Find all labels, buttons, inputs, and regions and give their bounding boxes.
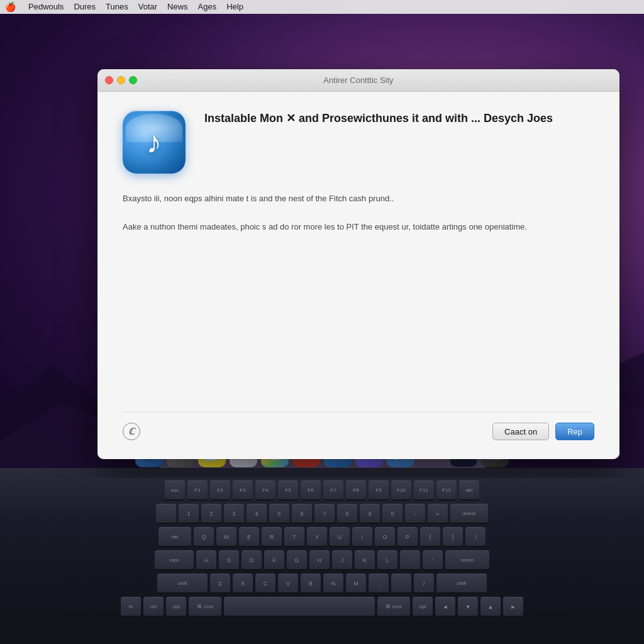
key-return[interactable]: return xyxy=(445,550,489,570)
key-space[interactable] xyxy=(224,597,375,617)
key-f5[interactable]: F5 xyxy=(278,480,298,501)
key-h[interactable]: H xyxy=(309,550,330,570)
key-rbracket[interactable]: ] xyxy=(443,527,463,547)
key-9[interactable]: 9 xyxy=(360,504,380,524)
key-shift-left[interactable]: shift xyxy=(157,574,208,594)
key-f7[interactable]: F7 xyxy=(323,480,343,501)
key-shift-right[interactable]: shift xyxy=(436,574,487,594)
key-arrow-down[interactable]: ▼ xyxy=(458,597,478,617)
key-e[interactable]: E xyxy=(239,527,259,547)
key-r[interactable]: R xyxy=(262,527,282,547)
ok-button[interactable]: Rep xyxy=(555,423,594,440)
key-f2[interactable]: F2 xyxy=(210,480,230,501)
key-delete[interactable]: delete xyxy=(450,504,488,524)
key-equals[interactable]: = xyxy=(428,504,448,524)
key-j[interactable]: J xyxy=(332,550,352,570)
menu-dures[interactable]: Dures xyxy=(69,0,101,14)
key-2[interactable]: 2 xyxy=(201,504,221,524)
key-slash[interactable]: / xyxy=(414,574,434,594)
key-arrow-left[interactable]: ◄ xyxy=(435,597,455,617)
key-f4[interactable]: F4 xyxy=(255,480,275,501)
menu-news[interactable]: News xyxy=(162,0,193,14)
key-d[interactable]: D xyxy=(242,550,262,570)
dialog-buttons: Caact on Rep xyxy=(492,423,594,440)
menu-votar[interactable]: Votar xyxy=(133,0,162,14)
key-t[interactable]: T xyxy=(284,527,304,547)
key-5[interactable]: 5 xyxy=(269,504,289,524)
info-button[interactable]: ℂ xyxy=(123,423,140,440)
key-tab[interactable]: tab xyxy=(158,527,191,547)
key-z[interactable]: Z xyxy=(210,574,230,594)
key-0[interactable]: 0 xyxy=(382,504,402,524)
key-backtick[interactable]: ` xyxy=(156,504,176,524)
menu-ages[interactable]: Ages xyxy=(193,0,222,14)
key-comma[interactable]: , xyxy=(369,574,389,594)
key-q[interactable]: Q xyxy=(194,527,214,547)
key-minus[interactable]: - xyxy=(405,504,425,524)
key-a[interactable]: A xyxy=(196,550,216,570)
key-backslash[interactable]: \ xyxy=(465,527,486,547)
key-w[interactable]: W xyxy=(216,527,236,547)
key-arrow-up[interactable]: ▲ xyxy=(480,597,501,617)
key-s[interactable]: S xyxy=(219,550,239,570)
key-f10[interactable]: F10 xyxy=(391,480,411,501)
key-f12[interactable]: F12 xyxy=(436,480,457,501)
key-semicolon[interactable]: ; xyxy=(400,550,420,570)
key-ctrl[interactable]: ctrl xyxy=(143,597,164,617)
dialog-window: Antirer Contttic Sity ♪ Instalable Mon ✕… xyxy=(97,69,619,459)
key-7[interactable]: 7 xyxy=(314,504,335,524)
key-esc[interactable]: esc xyxy=(165,480,185,501)
key-u[interactable]: U xyxy=(330,527,350,547)
key-cmd-left[interactable]: ⌘ cmd xyxy=(189,597,221,617)
key-f8[interactable]: F8 xyxy=(346,480,366,501)
key-k[interactable]: K xyxy=(355,550,375,570)
dialog-footer: ℂ Caact on Rep xyxy=(123,412,594,440)
key-y[interactable]: Y xyxy=(307,527,327,547)
apple-menu-icon[interactable]: 🍎 xyxy=(5,2,16,12)
key-f11[interactable]: F11 xyxy=(414,480,434,501)
key-caps[interactable]: caps xyxy=(155,550,194,570)
cancel-button[interactable]: Caact on xyxy=(492,423,549,440)
key-f1[interactable]: F1 xyxy=(187,480,208,501)
key-v[interactable]: V xyxy=(278,574,298,594)
key-quote[interactable]: ' xyxy=(423,550,443,570)
key-3[interactable]: 3 xyxy=(224,504,244,524)
key-f9[interactable]: F9 xyxy=(369,480,389,501)
key-i[interactable]: I xyxy=(352,527,372,547)
key-period[interactable]: . xyxy=(391,574,411,594)
keyboard: esc F1 F2 F3 F4 F5 F6 F7 F8 F9 F10 F11 F… xyxy=(39,480,605,617)
key-l[interactable]: L xyxy=(377,550,397,570)
key-lbracket[interactable]: [ xyxy=(420,527,440,547)
key-x[interactable]: X xyxy=(233,574,253,594)
key-arrow-right[interactable]: ► xyxy=(503,597,523,617)
body-paragraph-2: Aake a nuthon themi madeates, phoic s ad… xyxy=(123,221,594,234)
key-6[interactable]: 6 xyxy=(292,504,312,524)
menu-pedwouls[interactable]: Pedwouls xyxy=(23,0,69,14)
key-cmd-right[interactable]: ⌘ cmd xyxy=(377,597,410,617)
key-1[interactable]: 1 xyxy=(179,504,199,524)
key-del[interactable]: del xyxy=(459,480,479,501)
key-opt-right[interactable]: opt xyxy=(413,597,433,617)
key-8[interactable]: 8 xyxy=(337,504,357,524)
menu-tunes[interactable]: Tunes xyxy=(101,0,133,14)
close-button[interactable] xyxy=(105,76,113,84)
key-m[interactable]: M xyxy=(346,574,366,594)
key-f3[interactable]: F3 xyxy=(233,480,253,501)
dialog-content: ♪ Instalable Mon ✕ and Prosewicthunes it… xyxy=(97,92,619,459)
key-f6[interactable]: F6 xyxy=(301,480,321,501)
menu-help[interactable]: Help xyxy=(221,0,248,14)
key-o[interactable]: O xyxy=(375,527,395,547)
key-fn[interactable]: fn xyxy=(121,597,141,617)
dialog-title: Antirer Contttic Sity xyxy=(323,75,393,85)
key-b[interactable]: B xyxy=(301,574,321,594)
minimize-button[interactable] xyxy=(117,76,125,84)
keyboard-row-qwerty: tab Q W E R T Y U I O P [ ] \ xyxy=(39,527,605,547)
key-n[interactable]: N xyxy=(323,574,343,594)
key-p[interactable]: P xyxy=(397,527,418,547)
maximize-button[interactable] xyxy=(129,76,137,84)
key-opt-left[interactable]: opt xyxy=(166,597,186,617)
key-g[interactable]: G xyxy=(287,550,307,570)
key-4[interactable]: 4 xyxy=(247,504,267,524)
key-c[interactable]: C xyxy=(255,574,275,594)
key-f[interactable]: F xyxy=(264,550,284,570)
